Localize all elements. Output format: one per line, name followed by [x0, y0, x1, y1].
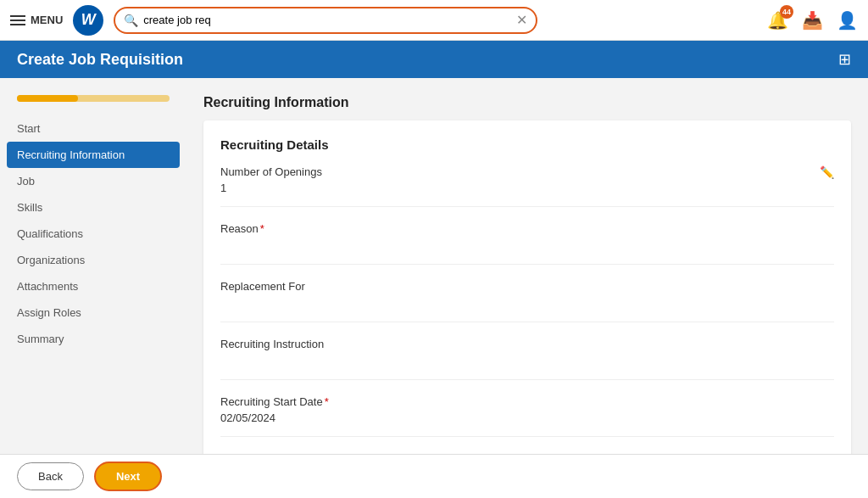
search-clear-icon[interactable]: ✕: [516, 12, 527, 28]
field-content-start-date: Recruiting Start Date* 02/05/2024: [220, 395, 834, 424]
label-replacement-for: Replacement For: [220, 280, 834, 293]
field-reason: Reason*: [220, 222, 834, 265]
edit-openings-button[interactable]: ✏️: [820, 165, 834, 179]
label-number-of-openings: Number of Openings: [220, 165, 811, 178]
sidebar-item-assign-roles[interactable]: Assign Roles: [0, 299, 186, 326]
search-bar: 🔍 ✕: [114, 7, 537, 34]
field-content-replacement: Replacement For: [220, 280, 834, 310]
section-title: Recruiting Information: [203, 95, 851, 110]
menu-label: MENU: [31, 14, 63, 26]
value-replacement-for[interactable]: [220, 296, 834, 310]
main-layout: Start Recruiting Information Job Skills …: [0, 78, 868, 454]
notification-badge: 44: [780, 5, 793, 19]
search-input[interactable]: [143, 14, 516, 26]
nav-icons: 🔔 44 📥 👤: [767, 10, 858, 31]
next-button[interactable]: Next: [94, 462, 162, 491]
recruiting-details-card: Recruiting Details Number of Openings 1 …: [203, 120, 851, 454]
sidebar-item-recruiting-information[interactable]: Recruiting Information: [7, 142, 180, 168]
label-recruiting-start-date: Recruiting Start Date*: [220, 395, 834, 408]
value-number-of-openings: 1: [220, 182, 811, 194]
inbox-icon: 📥: [802, 11, 823, 30]
person-icon: 👤: [837, 11, 858, 30]
search-icon: 🔍: [124, 14, 138, 27]
card-title: Recruiting Details: [220, 137, 834, 152]
sidebar-item-start[interactable]: Start: [0, 115, 186, 142]
field-content-hire-date: Target Hire Date*: [220, 452, 834, 454]
value-reason[interactable]: [220, 238, 834, 252]
field-recruiting-instruction: Recruiting Instruction: [220, 338, 834, 380]
sidebar: Start Recruiting Information Job Skills …: [0, 78, 186, 454]
inbox-button[interactable]: 📥: [802, 10, 823, 31]
value-recruiting-instruction[interactable]: [220, 354, 834, 367]
label-target-hire-date: Target Hire Date*: [220, 452, 834, 454]
progress-bar-background: [17, 95, 170, 102]
menu-button[interactable]: MENU: [10, 14, 63, 26]
workday-logo: W: [73, 5, 103, 36]
page-header: Create Job Requisition ⊞: [0, 41, 868, 78]
label-recruiting-instruction: Recruiting Instruction: [220, 338, 834, 350]
pdf-export-button[interactable]: ⊞: [838, 50, 851, 69]
sidebar-item-attachments[interactable]: Attachments: [0, 273, 186, 299]
field-content-instruction: Recruiting Instruction: [220, 338, 834, 367]
label-reason: Reason*: [220, 222, 834, 235]
sidebar-item-qualifications[interactable]: Qualifications: [0, 221, 186, 247]
sidebar-item-summary[interactable]: Summary: [0, 326, 186, 352]
sidebar-item-skills[interactable]: Skills: [0, 194, 186, 221]
progress-bar-wrap: [0, 95, 186, 115]
field-content-reason: Reason*: [220, 222, 834, 252]
back-button[interactable]: Back: [17, 462, 84, 490]
field-recruiting-start-date: Recruiting Start Date* 02/05/2024: [220, 395, 834, 437]
page-title: Create Job Requisition: [17, 51, 183, 69]
sidebar-item-job[interactable]: Job: [0, 168, 186, 194]
field-target-hire-date: Target Hire Date*: [220, 452, 834, 454]
notifications-button[interactable]: 🔔 44: [767, 10, 788, 31]
footer: Back Next: [0, 454, 868, 498]
value-recruiting-start-date[interactable]: 02/05/2024: [220, 411, 834, 424]
hamburger-icon: [10, 15, 25, 25]
top-nav: MENU W 🔍 ✕ 🔔 44 📥 👤: [0, 0, 868, 41]
content-area: Recruiting Information Recruiting Detail…: [186, 78, 868, 454]
progress-bar-fill: [17, 95, 78, 102]
profile-button[interactable]: 👤: [837, 10, 858, 31]
sidebar-item-organizations[interactable]: Organizations: [0, 247, 186, 273]
field-number-of-openings: Number of Openings 1 ✏️: [220, 165, 834, 207]
field-replacement-for: Replacement For: [220, 280, 834, 322]
field-content-openings: Number of Openings 1: [220, 165, 811, 194]
